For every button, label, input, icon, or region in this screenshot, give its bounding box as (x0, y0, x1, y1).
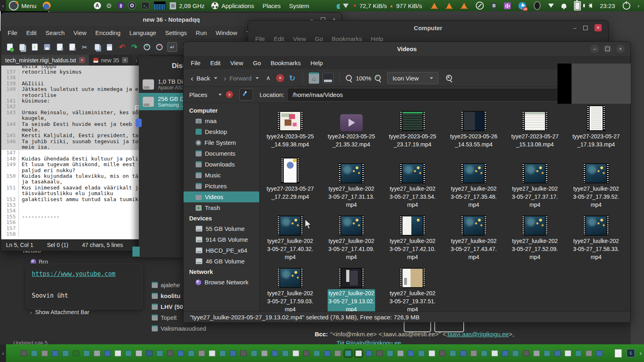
sidebar-item-downloads[interactable]: Downloads (184, 159, 259, 170)
close-file-button[interactable] (55, 43, 64, 51)
vlc-icon-3[interactable] (461, 3, 467, 9)
vlc-icon-1[interactable] (431, 3, 438, 9)
np-menu-settings[interactable]: Settings (165, 29, 187, 36)
upload-arrow-icon[interactable] (389, 3, 394, 9)
menu-logo-icon[interactable] (9, 1, 19, 10)
tor-browser-icon[interactable] (117, 2, 124, 9)
taskbar-window-12[interactable] (136, 350, 142, 356)
sound-waves-icon[interactable] (336, 3, 339, 9)
sidebar-item-file-system[interactable]: File System (184, 137, 259, 148)
close-button[interactable]: × (616, 45, 625, 53)
file-item[interactable]: tyye27-2023-05-27_17.19.33.mp4 (566, 105, 627, 157)
taskbar-window-39[interactable] (418, 350, 425, 356)
file-item[interactable]: tyye27_luulke-2023-05-27_17.43.47.mp4 (443, 209, 504, 261)
taskbar-window-56[interactable] (596, 350, 603, 356)
sidebar-item-maa[interactable]: maa (184, 115, 259, 126)
np-menu-language[interactable]: Language (129, 29, 156, 36)
expand-arrow-icon[interactable] (636, 0, 642, 11)
computer-button[interactable] (322, 73, 334, 83)
sidebar-item-trash[interactable]: Trash (184, 202, 259, 213)
minimize-button[interactable]: – (590, 45, 599, 53)
taskbar-window-2[interactable] (31, 350, 37, 356)
file-item[interactable]: tyye25-2023-05-26_14.53.55.mp4 (443, 105, 504, 157)
file-item[interactable]: tyye27-2023-05-27_17.22.29.mp4 (260, 157, 321, 209)
file-item[interactable]: tyye27_luulke-2023-05-27_17.41.09.mp4 (321, 209, 382, 261)
opera-icon[interactable] (128, 2, 136, 10)
sidebar-item-914-gb-volume[interactable]: 914 GB Volume (184, 234, 259, 245)
taskbar-window-46[interactable] (491, 350, 498, 356)
taskbar-window-22[interactable] (240, 350, 247, 356)
file-item[interactable]: tyye27_luulke-2023-05-27_17.37.17.mp4 (504, 157, 566, 209)
applications-menu[interactable]: Applications (221, 2, 254, 9)
disk-device-1[interactable]: SSD1,0 TB DisApacer AS3 (139, 76, 185, 93)
taskbar-window-7[interactable] (83, 350, 90, 356)
taskbar-window-11[interactable] (125, 350, 132, 356)
taskbar-window-51[interactable] (544, 350, 550, 356)
cut-button[interactable] (80, 43, 89, 51)
taskbar-window-35[interactable] (376, 350, 383, 356)
file-item[interactable]: tyye27_luulke-2023-05-27_19.13.02.mp4 (321, 261, 382, 311)
file-item[interactable]: tyye24-2023-05-25_14.59.38.mp4 (260, 105, 321, 157)
close-button[interactable]: × (594, 24, 602, 31)
settings-gears-icon[interactable] (106, 2, 112, 10)
taskbar-window-55[interactable] (586, 350, 592, 356)
paste-button[interactable] (105, 43, 114, 51)
vlc-icon-2[interactable] (446, 3, 452, 9)
taskbar-window-15[interactable] (167, 350, 173, 356)
taskbar-window-24[interactable] (261, 350, 268, 356)
taskbar-window-34[interactable] (366, 350, 372, 356)
places-caret-icon[interactable] (219, 94, 222, 96)
taskbar-window-50[interactable] (533, 350, 540, 356)
dialog-button-left[interactable] (404, 321, 431, 332)
taskbar-document-icon[interactable] (615, 349, 622, 358)
taskbar-window-45[interactable] (481, 350, 487, 356)
redo-button[interactable] (130, 43, 139, 51)
back-button[interactable]: ‹ Back (189, 74, 219, 82)
taskbar-app-icon[interactable]: 5 (627, 349, 635, 357)
taskbar-window-8[interactable] (94, 350, 100, 356)
np-menu-encoding[interactable]: Encoding (95, 29, 121, 36)
taskbar-window-53[interactable] (565, 350, 571, 356)
taskbar-expand-icon[interactable]: › (640, 350, 642, 356)
file-item[interactable]: tyye27_luulke-2023-05-27_17.59.03.mp4 (260, 261, 321, 311)
taskbar-window-31[interactable] (334, 350, 341, 356)
tray-app-icon[interactable] (534, 1, 541, 10)
taskbar-window-28[interactable] (303, 350, 310, 356)
dialog-button-right[interactable] (434, 321, 464, 332)
file-item[interactable]: tyye24-2023-05-25_21.35.32.mp4 (321, 105, 382, 157)
refresh-button[interactable]: ↻ (289, 74, 295, 83)
taskbar-window-37[interactable] (397, 350, 404, 356)
np-menu-view[interactable]: View (74, 29, 87, 36)
taskbar-window-47[interactable] (502, 350, 508, 356)
taskbar-window-14[interactable] (157, 350, 163, 356)
file-item[interactable]: tyye27-2023-05-27_15.13.08.mp4 (504, 105, 566, 157)
sidebar-item-46-gb-volume[interactable]: 46 GB Volume (184, 256, 259, 267)
taskbar-window-49[interactable] (523, 350, 529, 356)
battery-icon[interactable] (574, 1, 581, 10)
file-item[interactable]: tyye27_luulke-2023-05-27_17.33.54.mp4 (382, 157, 443, 209)
sidebar-item-videos[interactable]: Videos (184, 191, 259, 202)
taskbar-window-25[interactable] (272, 350, 278, 356)
edit-location-button[interactable] (239, 88, 253, 101)
zoom-out-button[interactable] (155, 43, 164, 51)
file-item[interactable]: tyye27_luulke-2023-05-27_19.37.51.mp4 (382, 261, 443, 311)
mail-folder-valismaauudised[interactable]: Valismaauudised (152, 325, 206, 332)
up-directory-button[interactable]: ∧ (266, 74, 270, 82)
zoom-in-button[interactable] (142, 43, 151, 51)
copy-button[interactable] (93, 43, 101, 51)
videos-menu-help[interactable]: Help (310, 60, 323, 66)
forward-button[interactable]: › Forward (222, 74, 260, 82)
maximize-button[interactable] (583, 26, 588, 30)
taskbar-window-19[interactable] (209, 350, 215, 356)
taskbar-window-4[interactable] (52, 350, 58, 356)
system-menu[interactable]: System (289, 2, 309, 9)
cpu-load-graph[interactable] (154, 1, 166, 10)
sidebar-item-hbcd-pe-x64[interactable]: HBCD_PE_x64 (184, 245, 259, 256)
taskbar-window-10[interactable] (115, 350, 121, 356)
sidebar-item-pictures[interactable]: Pictures (184, 181, 259, 191)
sidebar-item-browse-network[interactable]: Browse Network (184, 277, 259, 288)
taskbar-window-42[interactable] (450, 350, 456, 356)
file-item[interactable]: tyye27_luulke-2023-05-27_17.40.32.mp4 (260, 209, 321, 261)
maximize-button[interactable] (603, 45, 612, 53)
taskbar-window-17[interactable] (188, 350, 194, 356)
